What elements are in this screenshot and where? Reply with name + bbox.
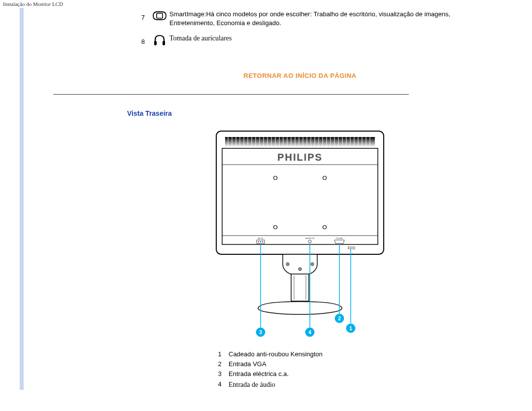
rear-legend: 1 Cadeado anti-roubou Kensington 2 Entra… <box>211 349 473 390</box>
return-to-top-link[interactable]: RETORNAR AO INÍCIO DA PÁGINA <box>127 72 473 79</box>
audio-label: AUDIO IN <box>305 237 314 240</box>
section-heading: Vista Traseira <box>127 109 473 117</box>
legend-row: 4 Entrada de áudio <box>211 379 473 390</box>
row-number: 8 <box>127 32 150 45</box>
svg-rect-6 <box>222 148 378 244</box>
feature-row-7: 7 SmartImage:Há cinco modelos por onde e… <box>127 8 473 27</box>
svg-point-52 <box>258 241 259 242</box>
svg-rect-4 <box>163 41 165 45</box>
legend-text: Cadeado anti-roubou Kensington <box>229 349 473 359</box>
legend-text: Entrada eléctrica c.a. <box>229 369 473 379</box>
sidebar-accent <box>20 8 24 390</box>
row-description: SmartImage:Há cinco modelos por onde esc… <box>169 8 473 27</box>
legend-text: Entrada de áudio <box>229 379 473 390</box>
legend-num: 3 <box>211 369 229 379</box>
svg-point-53 <box>260 241 261 242</box>
legend-num: 2 <box>211 359 229 369</box>
row-number: 7 <box>127 8 150 21</box>
row-description: Tomada de auriculares <box>169 32 473 43</box>
rear-view-section: Vista Traseira <box>127 109 512 390</box>
legend-num: 4 <box>211 379 229 390</box>
legend-row: 1 Cadeado anti-roubou Kensington <box>211 349 473 359</box>
brand-text: PHILIPS <box>277 152 323 163</box>
legend-row: 2 Entrada VGA <box>211 359 473 369</box>
dsub-label: D-SUB <box>336 237 343 240</box>
svg-rect-67 <box>291 274 309 301</box>
callout-1: 1 <box>349 325 352 331</box>
callout-4: 4 <box>308 329 312 335</box>
legend-row: 3 Entrada eléctrica c.a. <box>211 369 473 379</box>
svg-rect-3 <box>154 41 157 45</box>
smartimage-icon <box>150 8 169 23</box>
headphones-icon <box>150 32 169 47</box>
monitor-rear-diagram: PHILIPS AC IN AUDIO IN D-SUB <box>127 126 473 340</box>
svg-rect-0 <box>157 13 163 18</box>
page-header: Instalação do Monitor LCD <box>0 0 532 8</box>
main-content: 7 SmartImage:Há cinco modelos por onde e… <box>127 8 512 79</box>
ac-label: AC IN <box>258 237 264 240</box>
feature-row-8: 8 Tomada de auriculares <box>127 32 473 47</box>
page-body: 7 SmartImage:Há cinco modelos por onde e… <box>0 8 532 411</box>
callout-3: 3 <box>259 329 262 335</box>
svg-point-54 <box>262 241 263 242</box>
legend-text: Entrada VGA <box>229 359 473 369</box>
divider <box>53 94 409 95</box>
callout-2: 2 <box>338 315 341 321</box>
legend-num: 1 <box>211 349 229 359</box>
